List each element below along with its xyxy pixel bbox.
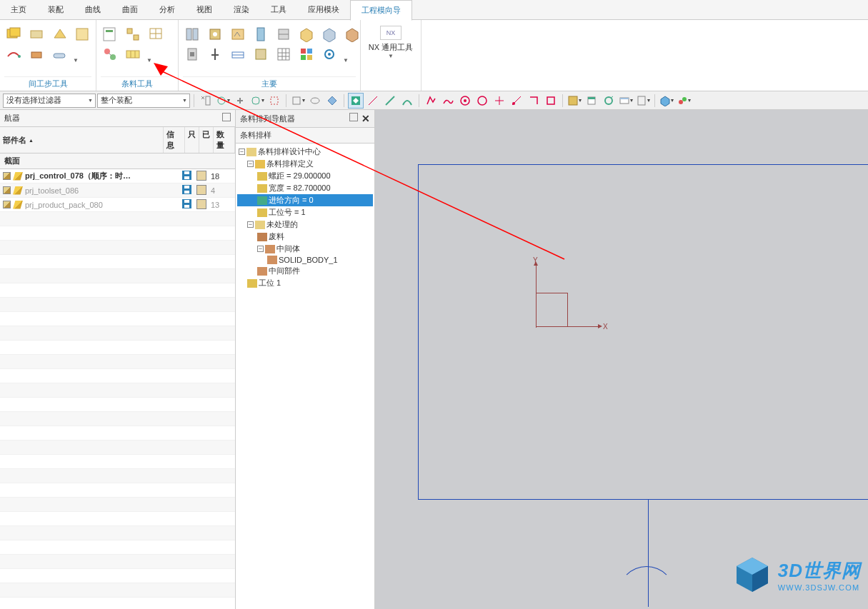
menu-analyze[interactable]: 分析 <box>149 0 186 19</box>
ribbon-icon[interactable] <box>4 25 23 44</box>
tree-node-comp[interactable]: 中间部件 <box>237 265 373 277</box>
tree-node-pitch[interactable]: 螺距 = 29.000000 <box>237 170 373 182</box>
ribbon-icon[interactable] <box>297 25 316 44</box>
tb-icon[interactable] <box>618 93 634 109</box>
tree-node-root[interactable]: −条料排样设计中心 <box>237 146 373 158</box>
tb-icon[interactable] <box>249 93 265 109</box>
pin-icon[interactable] <box>222 113 231 121</box>
ribbon-icon[interactable] <box>297 45 316 64</box>
tb-icon[interactable] <box>266 93 282 109</box>
tree-node-feed[interactable]: 进给方向 = 0 <box>237 194 373 206</box>
tb-icon[interactable] <box>365 93 381 109</box>
ribbon-icon[interactable] <box>229 45 247 64</box>
nav-row[interactable]: prj_control_078（顺序：时… 18 <box>0 169 235 183</box>
tb-icon[interactable] <box>290 93 306 109</box>
ribbon-icon[interactable] <box>4 45 23 64</box>
tb-icon[interactable] <box>584 93 599 109</box>
collapse-icon[interactable]: − <box>257 246 264 252</box>
tb-icon[interactable] <box>215 93 231 109</box>
menu-assembly[interactable]: 装配 <box>37 0 74 19</box>
menu-render[interactable]: 渲染 <box>223 0 260 19</box>
tb-icon[interactable] <box>232 93 248 109</box>
menu-home[interactable]: 主页 <box>0 0 37 19</box>
svg-rect-80 <box>184 191 189 193</box>
assembly-navigator: 航器 部件名 ▲ 信息 只 已 数量 截面 prj_control_078（顺序… <box>0 110 236 609</box>
menu-surface[interactable]: 曲面 <box>111 0 149 19</box>
ribbon-icon[interactable] <box>50 45 69 64</box>
ribbon-icon[interactable] <box>124 25 142 44</box>
menu-tools[interactable]: 工具 <box>260 0 297 19</box>
collapse-icon[interactable]: − <box>247 221 254 228</box>
filter-scope-select[interactable]: 整个装配 <box>97 94 190 108</box>
tb-icon[interactable] <box>659 93 674 109</box>
menu-view[interactable]: 视图 <box>186 0 223 19</box>
menu-app[interactable]: 应用模块 <box>297 0 350 19</box>
nav-row[interactable]: prj_toolset_086 4 <box>0 183 235 198</box>
check-icon[interactable] <box>3 186 11 194</box>
collapse-icon[interactable]: − <box>247 161 254 167</box>
ribbon-icon[interactable] <box>251 45 270 64</box>
tb-icon[interactable] <box>423 93 439 109</box>
tb-icon[interactable] <box>348 93 364 109</box>
mid-nav-tab[interactable]: 条料排样 <box>236 128 374 144</box>
ribbon-icon[interactable] <box>183 45 201 64</box>
tb-icon[interactable] <box>324 93 340 109</box>
tb-icon[interactable] <box>635 93 651 109</box>
svg-point-58 <box>464 99 467 102</box>
viewport-3d[interactable]: Y X 3D世界网 WWW.3DSJW.COM <box>375 110 868 609</box>
tb-icon[interactable] <box>676 93 692 109</box>
svg-rect-8 <box>104 28 115 41</box>
state-icon <box>196 171 206 181</box>
check-icon[interactable] <box>3 172 11 180</box>
nav-section[interactable]: 截面 <box>0 153 235 169</box>
tb-icon[interactable] <box>543 93 559 109</box>
tree-node[interactable]: −条料排样定义 <box>237 158 373 170</box>
tb-icon[interactable] <box>382 93 398 109</box>
ribbon-icon[interactable] <box>101 25 119 44</box>
ribbon-icon[interactable] <box>27 45 46 64</box>
tree-node-station-no[interactable]: 工位号 = 1 <box>237 206 373 218</box>
ribbon-icon[interactable] <box>229 25 247 44</box>
ribbon-icon[interactable] <box>274 25 293 44</box>
tb-icon[interactable] <box>440 93 456 109</box>
pin-icon[interactable] <box>349 113 358 121</box>
ribbon-icon[interactable] <box>274 45 293 64</box>
ribbon-icon[interactable] <box>343 25 361 44</box>
ribbon-icon[interactable] <box>50 25 69 44</box>
tb-icon[interactable] <box>457 93 473 109</box>
ribbon-icon[interactable] <box>206 45 224 64</box>
tb-icon[interactable] <box>474 93 490 109</box>
check-icon[interactable] <box>3 201 11 208</box>
tb-icon[interactable] <box>198 93 214 109</box>
nav-row[interactable]: prj_product_pack_080 13 <box>0 198 235 212</box>
tree-node[interactable]: −未处理的 <box>237 218 373 231</box>
tb-icon[interactable] <box>509 93 524 109</box>
close-icon[interactable]: ✕ <box>361 113 370 124</box>
ribbon-icon[interactable] <box>73 25 91 44</box>
tb-icon[interactable] <box>307 93 323 109</box>
tb-icon[interactable] <box>399 93 415 109</box>
menu-curve[interactable]: 曲线 <box>74 0 111 19</box>
ribbon-strip-layout-icon[interactable] <box>124 45 142 64</box>
ribbon-icon[interactable] <box>183 25 201 44</box>
tb-icon[interactable] <box>601 93 617 109</box>
ribbon-icon[interactable] <box>320 25 339 44</box>
ribbon-icon[interactable] <box>27 25 46 44</box>
tree-node-solid[interactable]: SOLID_BODY_1 <box>237 255 373 265</box>
ribbon-icon[interactable] <box>206 25 224 44</box>
ribbon-nx-tool[interactable]: NX NX 通用工具 ▼ <box>365 23 416 62</box>
tb-icon[interactable] <box>567 93 582 109</box>
ribbon-icon[interactable] <box>146 25 165 44</box>
tree-node-scrap[interactable]: 废料 <box>237 231 373 243</box>
collapse-icon[interactable]: − <box>239 149 245 155</box>
tree-node[interactable]: −中间体 <box>237 243 373 255</box>
tb-icon[interactable] <box>492 93 507 109</box>
tree-node-station[interactable]: 工位 1 <box>237 277 373 289</box>
ribbon-icon[interactable] <box>320 45 339 64</box>
tb-icon[interactable] <box>526 93 542 109</box>
tree-node-width[interactable]: 宽度 = 82.700000 <box>237 182 373 194</box>
ribbon-icon[interactable] <box>101 45 119 64</box>
menu-wizard[interactable]: 工程模向导 <box>350 0 412 21</box>
filter-type-select[interactable]: 没有选择过滤器 <box>3 94 96 108</box>
ribbon-icon[interactable] <box>251 25 270 44</box>
